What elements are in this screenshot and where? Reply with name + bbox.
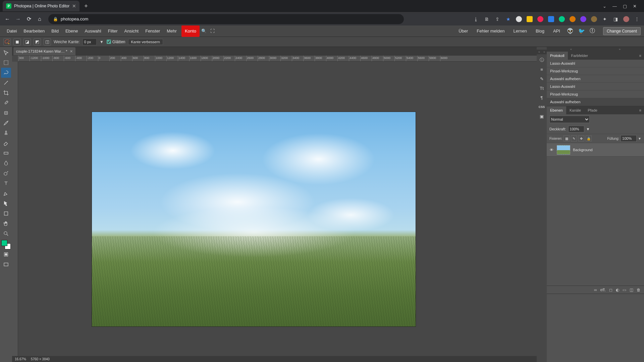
ruler-vertical[interactable] (12, 62, 18, 356)
tab-close-icon[interactable]: ✕ (72, 3, 76, 9)
menu-bild[interactable]: Bild (48, 25, 62, 37)
history-item[interactable]: Auswahl aufheben (547, 98, 644, 106)
menu-datei[interactable]: Datei (3, 25, 20, 37)
image-canvas[interactable] (92, 112, 416, 326)
path-select-tool[interactable] (1, 198, 11, 208)
dock-char-icon[interactable]: Tt (538, 84, 545, 92)
window-minimize-icon[interactable]: — (612, 4, 617, 9)
feather-input[interactable] (83, 39, 97, 45)
window-dropdown-icon[interactable]: ⌄ (603, 4, 606, 9)
sidepanel-icon[interactable]: ◨ (612, 16, 619, 22)
selection-subtract-icon[interactable]: ◩ (34, 38, 41, 46)
eraser-tool[interactable] (1, 138, 11, 148)
zoom-level[interactable]: 16.67% (15, 357, 26, 361)
gradient-tool[interactable] (1, 148, 11, 158)
menu-mehr[interactable]: Mehr (163, 25, 180, 37)
history-item[interactable]: Lasso-Auswahl (547, 60, 644, 67)
dock-css-icon[interactable]: CSS (538, 103, 545, 111)
lock-position-icon[interactable]: ✥ (578, 135, 584, 141)
panels-collapse-bar[interactable]: «» (547, 47, 644, 52)
search-icon[interactable]: 🔍 (200, 27, 208, 36)
zoom-tool[interactable] (1, 229, 11, 239)
link-layers-icon[interactable]: ∞ (594, 288, 597, 292)
lock-all-icon[interactable]: 🔒 (586, 135, 592, 141)
history-item[interactable]: Auswahl aufheben (547, 75, 644, 83)
ext-2-icon[interactable] (527, 16, 533, 22)
forward-button[interactable]: → (15, 16, 21, 22)
ruler-horizontal[interactable]: 300-1200-1000-800-600-400-20002004006008… (18, 56, 537, 62)
selection-new-icon[interactable]: ◼ (13, 38, 21, 46)
menu-ebene[interactable]: Ebene (62, 25, 82, 37)
profile-avatar-icon[interactable] (623, 16, 629, 22)
dock-info-icon[interactable]: ⓘ (538, 56, 545, 64)
fullscreen-icon[interactable]: ⛶ (208, 27, 217, 36)
quickmask-tool[interactable] (1, 249, 11, 259)
blend-mode-select[interactable]: Normal (549, 116, 590, 123)
refine-edge-button[interactable]: Kante verbessern (128, 39, 163, 45)
eyedropper-tool[interactable] (1, 98, 11, 108)
menu-bearbeiten[interactable]: Bearbeiten (20, 25, 48, 37)
dock-brush-icon[interactable]: ✎ (538, 75, 545, 82)
mask-icon[interactable]: ◻ (609, 288, 612, 292)
marquee-tool[interactable] (1, 58, 11, 68)
tab-kanaele[interactable]: Kanäle (566, 106, 584, 114)
dock-para-icon[interactable]: ¶ (538, 94, 545, 101)
lock-pixels-icon[interactable]: ▦ (564, 135, 570, 141)
tab-ebenen[interactable]: Ebenen (547, 106, 566, 114)
move-tool[interactable] (1, 48, 11, 58)
antialias-checkbox[interactable] (107, 40, 111, 44)
menu-ansicht[interactable]: Ansicht (121, 25, 142, 37)
selection-add-icon[interactable]: ◪ (23, 38, 31, 46)
share-icon[interactable]: ⇪ (494, 16, 500, 22)
tab-farbfelder[interactable]: Farbfelder (568, 52, 591, 60)
link-ueber[interactable]: Über (457, 25, 470, 37)
link-lernen[interactable]: Lernen (511, 25, 529, 37)
home-button[interactable]: ⌂ (36, 16, 43, 22)
menu-auswahl[interactable]: Auswahl (82, 25, 105, 37)
layer-thumbnail[interactable] (557, 145, 570, 155)
layer-name[interactable]: Background (573, 148, 593, 152)
url-field[interactable]: 🔒 photopea.com (48, 14, 404, 24)
antialias-checkbox-wrap[interactable]: Glätten (107, 40, 125, 44)
menu-fenster[interactable]: Fenster (142, 25, 163, 37)
window-close-icon[interactable]: ✕ (633, 4, 637, 9)
layer-row[interactable]: 👁 Background (547, 143, 644, 157)
screenmode-tool[interactable] (1, 259, 11, 269)
ext-7-icon[interactable] (580, 16, 586, 22)
twitter-icon[interactable]: 🐦 (578, 28, 585, 34)
fill-input[interactable] (621, 135, 637, 142)
heal-tool[interactable] (1, 108, 11, 118)
color-swatches[interactable] (1, 240, 11, 249)
ext-5-icon[interactable] (559, 16, 565, 22)
canvas-viewport[interactable] (18, 62, 537, 356)
history-panel-menu-icon[interactable]: ≡ (637, 54, 644, 58)
reload-button[interactable]: ⟳ (25, 16, 32, 22)
link-fehler[interactable]: Fehler melden (475, 25, 506, 37)
dodge-tool[interactable] (1, 168, 11, 178)
wand-tool[interactable] (1, 78, 11, 88)
folder-icon[interactable]: ▭ (623, 288, 626, 292)
lasso-tool[interactable] (1, 68, 11, 78)
opacity-input[interactable] (568, 126, 584, 132)
crop-tool[interactable] (1, 88, 11, 98)
blur-tool[interactable] (1, 158, 11, 168)
new-tab-button[interactable]: + (82, 3, 90, 10)
history-item[interactable]: Pinsel-Werkzeug (547, 67, 644, 75)
bookmark-icon[interactable]: ★ (505, 16, 511, 22)
new-layer-icon[interactable]: ◫ (630, 288, 633, 292)
reader-icon[interactable]: 🗎 (484, 16, 490, 22)
foreground-color-swatch[interactable] (1, 240, 7, 246)
back-button[interactable]: ← (4, 16, 11, 22)
selection-intersect-icon[interactable]: ◫ (44, 38, 51, 46)
fill-dropdown-icon[interactable]: ▼ (638, 137, 641, 140)
reddit-icon[interactable]: 👽 (567, 28, 574, 34)
document-tab-close-icon[interactable]: ✕ (70, 49, 73, 54)
browser-tab[interactable]: P Photopea | Online Photo Editor ✕ (3, 1, 79, 11)
tab-pfade[interactable]: Pfade (584, 106, 601, 114)
document-tab[interactable]: couple-1718244 Karen War… * ✕ (13, 47, 75, 55)
brush-tool[interactable] (1, 118, 11, 128)
dock-props-icon[interactable]: ≡ (538, 66, 545, 73)
layer-visibility-icon[interactable]: 👁 (549, 148, 554, 152)
type-tool[interactable] (1, 178, 11, 188)
pen-tool[interactable] (1, 188, 11, 198)
